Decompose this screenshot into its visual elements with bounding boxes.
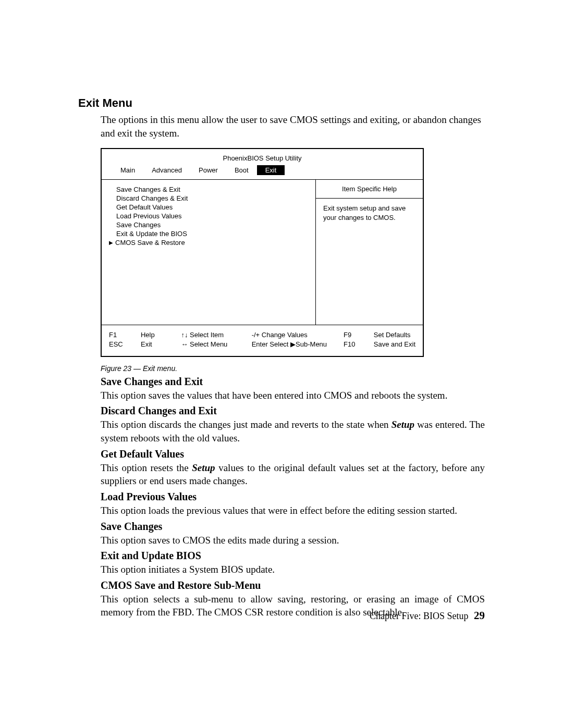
- bios-key-legend: F1 ESC Help Exit ↑↓ Select Item ↔ Select…: [102, 325, 423, 355]
- footer-chapter: Chapter Five: BIOS Setup: [370, 611, 469, 621]
- subsection-heading: Load Previous Values: [101, 491, 485, 503]
- key-f1-action: Help: [141, 330, 166, 340]
- subsection-heading: CMOS Save and Restore Sub-Menu: [101, 579, 485, 591]
- subsection-heading: Exit and Update BIOS: [101, 550, 485, 562]
- key-f9: F9: [344, 330, 359, 340]
- subsection-body: This option resets the Setup values to t…: [101, 461, 485, 488]
- bios-tab-advanced: Advanced: [143, 165, 190, 175]
- bios-screenshot: PhoenixBIOS Setup Utility MainAdvancedPo…: [101, 148, 424, 356]
- bios-help-panel: Item Specific Help Exit system setup and…: [316, 180, 423, 325]
- key-esc-action: Exit: [141, 340, 166, 349]
- bios-menu-item: Discard Changes & Exit: [109, 194, 309, 203]
- subsection-body: This option saves to CMOS the edits made…: [101, 534, 485, 547]
- subsection-body: This option discards the changes just ma…: [101, 418, 485, 445]
- subsection-body: This option saves the values that have b…: [101, 389, 485, 402]
- key-f10: F10: [344, 340, 359, 349]
- bios-tab-power: Power: [190, 165, 226, 175]
- bios-title: PhoenixBIOS Setup Utility: [102, 149, 423, 165]
- subsection-heading: Discard Changes and Exit: [101, 405, 485, 417]
- figure-caption: Figure 23 — Exit menu.: [101, 364, 485, 373]
- page-number: 29: [474, 609, 485, 622]
- section-heading: Exit Menu: [78, 96, 485, 110]
- bios-help-title: Item Specific Help: [316, 180, 423, 199]
- subsection-heading: Save Changes: [101, 521, 485, 533]
- nav-change-values: -/+ Change Values: [252, 330, 329, 340]
- subsection-body: This option initiates a System BIOS upda…: [101, 563, 485, 576]
- key-esc: ESC: [109, 340, 126, 349]
- subsection-body: This option loads the previous values th…: [101, 504, 485, 517]
- bios-menu-item: CMOS Save & Restore: [109, 238, 309, 247]
- key-f1: F1: [109, 330, 126, 340]
- bios-menu-item: Save Changes: [109, 220, 309, 229]
- key-f10-action: Save and Exit: [374, 340, 415, 349]
- page-footer: Chapter Five: BIOS Setup 29: [370, 590, 485, 622]
- bios-tab-bar: MainAdvancedPowerBootExit: [102, 165, 423, 179]
- nav-updown: ↑↓ Select Item: [181, 330, 237, 340]
- subsection-heading: Get Default Values: [101, 448, 485, 460]
- bios-tab-exit: Exit: [257, 165, 285, 175]
- bios-tab-main: Main: [112, 165, 143, 175]
- bios-menu-item: Save Changes & Exit: [109, 185, 309, 194]
- intro-paragraph: The options in this menu allow the user …: [101, 113, 485, 140]
- nav-enter-submenu: Enter Select ▶Sub-Menu: [252, 340, 329, 349]
- nav-leftright: ↔ Select Menu: [181, 340, 237, 349]
- bios-menu-item: Load Previous Values: [109, 212, 309, 220]
- bios-menu-list: Save Changes & ExitDiscard Changes & Exi…: [102, 180, 316, 325]
- bios-help-body: Exit system setup and save your changes …: [316, 199, 423, 325]
- key-f9-action: Set Defaults: [374, 330, 415, 340]
- bios-menu-item: Exit & Update the BIOS: [109, 229, 309, 238]
- bios-tab-boot: Boot: [226, 165, 257, 175]
- subsection-heading: Save Changes and Exit: [101, 376, 485, 388]
- bios-menu-item: Get Default Values: [109, 203, 309, 212]
